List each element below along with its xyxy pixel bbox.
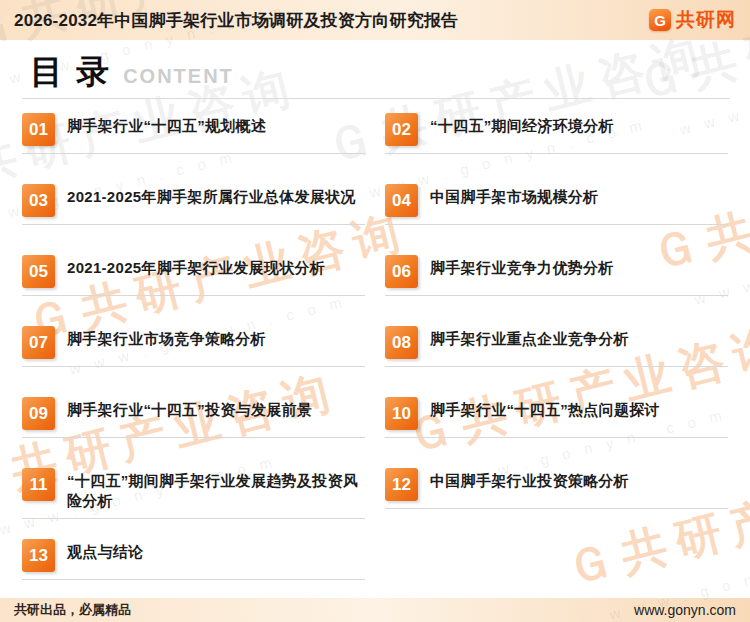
toc-item[interactable]: 04 中国脚手架市场规模分析: [385, 184, 728, 255]
toc-column-right: 02 “十四五”期间经济环境分析 04 中国脚手架市场规模分析 06 脚手架行业…: [385, 113, 728, 610]
toc-heading-block: 目 录 CONTENT: [0, 40, 750, 99]
toc-item[interactable]: 08 脚手架行业重点企业竞争分析: [385, 326, 728, 397]
toc-item-number: 11: [22, 468, 55, 501]
toc-item[interactable]: 06 脚手架行业竞争力优势分析: [385, 255, 728, 326]
toc-item-label: 观点与结论: [67, 539, 365, 562]
toc-item[interactable]: 12 中国脚手架行业投资策略分析: [385, 468, 728, 539]
page-title-english: CONTENT: [123, 65, 234, 88]
toc-item-number: 04: [385, 184, 418, 217]
toc-item-label: 2021-2025年脚手架所属行业总体发展状况: [67, 184, 365, 207]
toc-item-number: 13: [22, 539, 55, 572]
toc-item-label: 2021-2025年脚手架行业发展现状分析: [67, 255, 365, 278]
toc-item-number: 02: [385, 113, 418, 146]
toc-item-label: “十四五”期间经济环境分析: [430, 113, 728, 136]
toc-item-label: 脚手架行业重点企业竞争分析: [430, 326, 728, 349]
toc-item-label: 中国脚手架行业投资策略分析: [430, 468, 728, 491]
toc-item[interactable]: 03 2021-2025年脚手架所属行业总体发展状况: [22, 184, 365, 255]
toc-item[interactable]: 07 脚手架行业市场竞争策略分析: [22, 326, 365, 397]
footer-bar: 共研出品，必属精品 www.gonyn.com: [0, 598, 750, 622]
toc-item-number: 08: [385, 326, 418, 359]
toc-column-left: 01 脚手架行业“十四五”规划概述 03 2021-2025年脚手架所属行业总体…: [22, 113, 365, 610]
toc-item[interactable]: 11 “十四五”期间脚手架行业发展趋势及投资风险分析: [22, 468, 365, 539]
brand-logo[interactable]: G 共研网: [649, 7, 736, 33]
toc-item-label: 脚手架行业“十四五”规划概述: [67, 113, 365, 136]
toc-item-number: 06: [385, 255, 418, 288]
toc-item-number: 03: [22, 184, 55, 217]
toc-grid: 01 脚手架行业“十四五”规划概述 03 2021-2025年脚手架所属行业总体…: [0, 113, 750, 610]
toc-item-number: 05: [22, 255, 55, 288]
toc-item[interactable]: 10 脚手架行业“十四五”热点问题探讨: [385, 397, 728, 468]
toc-item-label: 中国脚手架市场规模分析: [430, 184, 728, 207]
report-title: 2026-2032年中国脚手架行业市场调研及投资方向研究报告: [14, 9, 458, 32]
toc-item[interactable]: 05 2021-2025年脚手架行业发展现状分析: [22, 255, 365, 326]
toc-item-label: 脚手架行业市场竞争策略分析: [67, 326, 365, 349]
header-bar: 2026-2032年中国脚手架行业市场调研及投资方向研究报告 G 共研网: [0, 0, 750, 40]
report-toc-page: 2026-2032年中国脚手架行业市场调研及投资方向研究报告 G 共研网 Ｇ共研…: [0, 0, 750, 622]
brand-name: 共研网: [676, 7, 736, 33]
toc-item-number: 10: [385, 397, 418, 430]
toc-item-label: 脚手架行业“十四五”投资与发展前景: [67, 397, 365, 420]
toc-item-label: 脚手架行业“十四五”热点问题探讨: [430, 397, 728, 420]
toc-item[interactable]: 01 脚手架行业“十四五”规划概述: [22, 113, 365, 184]
toc-item-label: “十四五”期间脚手架行业发展趋势及投资风险分析: [67, 468, 365, 511]
heading-divider: [22, 98, 730, 99]
toc-item-label: 脚手架行业竞争力优势分析: [430, 255, 728, 278]
footer-slogan: 共研出品，必属精品: [14, 601, 131, 619]
logo-mark-icon: G: [649, 9, 671, 31]
footer-website-link[interactable]: www.gonyn.com: [634, 602, 736, 618]
toc-item[interactable]: 02 “十四五”期间经济环境分析: [385, 113, 728, 184]
toc-item[interactable]: 09 脚手架行业“十四五”投资与发展前景: [22, 397, 365, 468]
page-title: 目 录: [30, 50, 111, 95]
toc-item-number: 07: [22, 326, 55, 359]
toc-item-number: 12: [385, 468, 418, 501]
toc-item-number: 01: [22, 113, 55, 146]
toc-item-number: 09: [22, 397, 55, 430]
